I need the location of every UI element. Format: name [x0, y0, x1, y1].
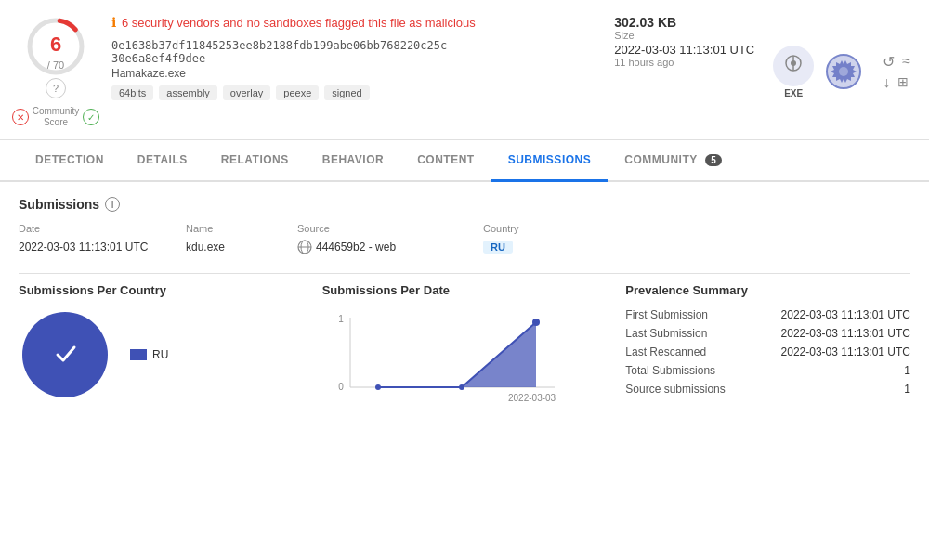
file-hash-line1[interactable]: 0e1638b37df11845253ee8b2188fdb199abe06bb…: [111, 39, 568, 52]
tab-behavior[interactable]: BEHAVIOR: [306, 140, 400, 182]
divider: [19, 273, 910, 274]
toolbar-icons: ↺ ≈ ↓ ⊞: [883, 53, 910, 91]
community-score-row: ✕ CommunityScore ✓: [12, 106, 100, 128]
col-header-date: Date: [19, 223, 186, 234]
country-badge: RU: [483, 241, 513, 254]
row-source-text: 444659b2 - web: [316, 241, 396, 254]
alert-banner: ℹ 6 security vendors and no sandboxes fl…: [111, 15, 568, 30]
prevalence-table: First Submission 2022-03-03 11:13:01 UTC…: [625, 308, 910, 396]
legend-label-ru: RU: [152, 348, 168, 361]
line-chart-svg: 1 0 2022-03-03: [322, 308, 573, 410]
community-badge: 5: [705, 154, 722, 166]
exe-icon-container: EXE: [773, 46, 814, 98]
refresh-icon[interactable]: ↺: [883, 53, 895, 71]
file-size: 302.03 KB: [614, 15, 676, 30]
per-country-chart: Submissions Per Country RU: [19, 283, 304, 413]
file-size-label: Size: [614, 30, 634, 41]
submissions-info-icon[interactable]: i: [105, 197, 120, 212]
tab-details[interactable]: DETAILS: [121, 140, 204, 182]
svg-text:2022-03-03: 2022-03-03: [508, 393, 556, 403]
per-date-chart: Submissions Per Date 1 0 2022-03-03: [322, 283, 608, 413]
charts-row: Submissions Per Country RU Submissions P…: [19, 283, 910, 413]
prev-value-4: 1: [904, 383, 910, 396]
source-icon: [297, 240, 312, 254]
svg-point-7: [839, 67, 848, 76]
download-icon[interactable]: ↓: [883, 74, 890, 91]
row-name: kdu.exe: [186, 241, 297, 254]
prev-label-2: Last Rescanned: [625, 345, 755, 358]
table-header: Date Name Source Country: [19, 223, 910, 234]
gear-icon: [823, 51, 864, 92]
exe-label: EXE: [784, 88, 803, 98]
alert-icon: ℹ: [111, 15, 116, 30]
tab-submissions[interactable]: SUBMISSIONS: [491, 140, 608, 182]
pie-legend: RU: [130, 348, 168, 361]
prev-row-2: Last Rescanned 2022-03-03 11:13:01 UTC: [625, 345, 910, 358]
file-tags: 64bits assembly overlay peexe signed: [111, 85, 568, 100]
prev-value-1: 2022-03-03 11:13:01 UTC: [781, 327, 910, 340]
submissions-title: Submissions i: [19, 197, 910, 212]
tab-community[interactable]: COMMUNITY 5: [608, 140, 739, 182]
prevalence-title: Prevalence Summary: [625, 283, 910, 297]
tag-signed[interactable]: signed: [324, 85, 369, 100]
tag-64bits[interactable]: 64bits: [111, 85, 153, 100]
prev-label-4: Source submissions: [625, 383, 755, 396]
grid-icon[interactable]: ⊞: [897, 74, 909, 91]
svg-text:0: 0: [338, 382, 344, 392]
svg-point-11: [22, 312, 108, 397]
tab-detection[interactable]: DETECTION: [19, 140, 121, 182]
tab-relations[interactable]: RELATIONS: [204, 140, 306, 182]
per-date-title: Submissions Per Date: [322, 283, 608, 297]
prev-value-0: 2022-03-03 11:13:01 UTC: [781, 308, 910, 321]
prev-label-0: First Submission: [625, 308, 755, 321]
col-header-country: Country: [483, 223, 557, 234]
file-date-relative: 11 hours ago: [614, 57, 674, 68]
header-area: 6 / 70 ? ✕ CommunityScore ✓ ℹ 6 security…: [0, 0, 929, 140]
tag-peexe[interactable]: peexe: [276, 85, 319, 100]
alert-text: 6 security vendors and no sandboxes flag…: [122, 16, 476, 30]
submissions-title-text: Submissions: [19, 197, 99, 212]
pie-chart-area: RU: [19, 308, 304, 401]
row-date: 2022-03-03 11:13:01 UTC: [19, 241, 186, 254]
pie-chart-svg: [19, 308, 111, 401]
prevalence-summary: Prevalence Summary First Submission 2022…: [625, 283, 910, 413]
col-header-source: Source: [297, 223, 483, 234]
svg-text:1: 1: [338, 314, 344, 324]
file-date: 2022-03-03 11:13:01 UTC: [614, 43, 754, 57]
file-name: Hamakaze.exe: [111, 67, 568, 80]
file-hash-line2[interactable]: 30e6a8ef4f9dee: [111, 52, 568, 65]
score-circle-container: 6 / 70 ? ✕ CommunityScore ✓: [19, 15, 93, 128]
exe-circle: [773, 46, 814, 86]
file-type-icons: EXE ↺ ≈ ↓ ⊞: [773, 15, 910, 128]
wave-icon[interactable]: ≈: [902, 53, 910, 71]
submissions-table: Date Name Source Country 2022-03-03 11:1…: [19, 223, 910, 254]
prev-row-4: Source submissions 1: [625, 383, 910, 396]
prev-value-3: 1: [904, 364, 910, 377]
legend-color-ru: [130, 349, 147, 360]
prev-row-3: Total Submissions 1: [625, 364, 910, 377]
line-chart-area: 1 0 2022-03-03: [322, 308, 608, 413]
score-total: / 70: [47, 59, 64, 71]
community-score-label: CommunityScore: [33, 106, 80, 128]
file-info-area: ℹ 6 security vendors and no sandboxes fl…: [93, 15, 586, 128]
tab-content[interactable]: CONTENT: [400, 140, 491, 182]
table-row: 2022-03-03 11:13:01 UTC kdu.exe 444659b2…: [19, 240, 910, 254]
dislike-button[interactable]: ✕: [12, 109, 29, 125]
row-country: RU: [483, 241, 557, 254]
question-icon[interactable]: ?: [46, 78, 66, 98]
col-header-name: Name: [186, 223, 297, 234]
tag-overlay[interactable]: overlay: [223, 85, 270, 100]
per-country-title: Submissions Per Country: [19, 283, 304, 297]
content-area: Submissions i Date Name Source Country 2…: [0, 182, 929, 560]
file-meta: 302.03 KB Size 2022-03-03 11:13:01 UTC 1…: [614, 15, 754, 128]
score-circle: 6 / 70: [24, 15, 87, 78]
row-source: 444659b2 - web: [297, 240, 483, 254]
prev-value-2: 2022-03-03 11:13:01 UTC: [781, 345, 910, 358]
tag-assembly[interactable]: assembly: [159, 85, 216, 100]
app-container: 6 / 70 ? ✕ CommunityScore ✓ ℹ 6 security…: [0, 0, 929, 560]
prev-row-1: Last Submission 2022-03-03 11:13:01 UTC: [625, 327, 910, 340]
prev-row-0: First Submission 2022-03-03 11:13:01 UTC: [625, 308, 910, 321]
tabs-row: DETECTION DETAILS RELATIONS BEHAVIOR CON…: [0, 140, 929, 182]
score-number: 6: [50, 33, 61, 57]
prev-label-1: Last Submission: [625, 327, 755, 340]
